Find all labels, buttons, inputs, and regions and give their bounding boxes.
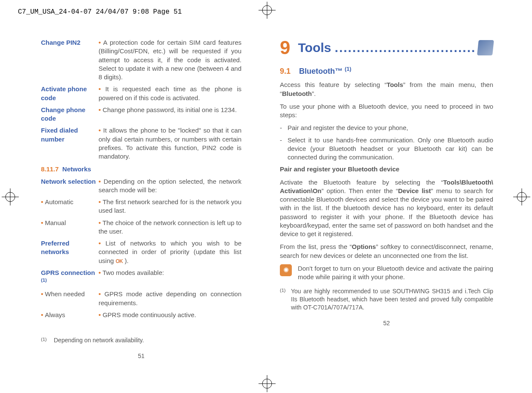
- row-sublabel: •Always: [41, 311, 99, 319]
- network-row: Preferred networks• List of networks to …: [41, 239, 241, 265]
- chapter-dots: ................................: [335, 40, 476, 55]
- row-desc: • It allows the phone to be "locked" so …: [99, 126, 241, 161]
- definition-row: Change phone code • Change phone passwor…: [41, 106, 241, 123]
- network-row: •Manual• The choice of the network conne…: [41, 219, 241, 236]
- section-9-1-title-text: Bluetooth™: [299, 67, 343, 75]
- row-desc: • Two modes available:: [99, 269, 241, 287]
- crop-mark-top: [259, 2, 276, 19]
- row-label: Change phone code: [41, 106, 99, 123]
- print-header: C7_UM_USA_24-04-07 24/04/07 9:08 Page 51: [18, 8, 182, 17]
- section-number: 8.11.7: [41, 165, 59, 173]
- callout-text: Don't forget to turn on your Bluetooth d…: [298, 264, 493, 282]
- row-desc: • The choice of the network connection i…: [99, 219, 241, 236]
- row-sublabel: •When needed: [41, 290, 99, 307]
- row-desc: • It is requested each time as the phone…: [99, 85, 241, 102]
- footnote-mark-right: (1): [280, 287, 291, 312]
- row-label: Preferred networks: [41, 239, 99, 265]
- row-desc: • GPRS mode continuously active.: [99, 311, 241, 319]
- section-9-1-number: 9.1: [280, 67, 291, 75]
- row-desc: • Depending on the option selected, the …: [99, 177, 241, 195]
- page-number-left: 51: [41, 352, 241, 360]
- network-row: •Automatic• The first network searched f…: [41, 198, 241, 215]
- footnote-mark: (1): [41, 336, 54, 344]
- crop-mark-right: [513, 188, 530, 205]
- row-desc: • GPRS mode active depending on connecti…: [99, 290, 241, 307]
- page-52: 9 Tools ................................…: [267, 38, 493, 360]
- footnote-left: (1) Depending on network availability.: [41, 336, 241, 344]
- row-desc: • List of networks to which you wish to …: [99, 239, 241, 265]
- dash-bullet: -: [280, 124, 288, 132]
- dash-bullet: -: [280, 136, 288, 162]
- chapter-number: 9: [280, 38, 290, 57]
- step-text: Select it to use hands-free communicatio…: [288, 136, 493, 162]
- row-label: Network selection: [41, 177, 99, 195]
- footnote-text: Depending on network availability.: [54, 336, 144, 344]
- page-51: Change PIN2 • A protection code for cert…: [41, 38, 254, 360]
- paragraph-twosteps: To use your phone with a Bluetooth devic…: [280, 102, 493, 120]
- footnote-text-right: You are highly recommended to use SOUTHW…: [291, 287, 493, 312]
- network-row: •Always• GPRS mode continuously active.: [41, 311, 241, 319]
- step-item: -Select it to use hands-free communicati…: [280, 136, 493, 162]
- chapter-header: 9 Tools ................................: [280, 38, 493, 57]
- row-label: Fixed dialed number: [41, 126, 99, 161]
- ok-icon: OK: [116, 258, 123, 265]
- paragraph-activate-bt: Activate the Bluetooth feature by select…: [280, 178, 493, 239]
- definition-row: Activate phone code • It is requested ea…: [41, 85, 241, 102]
- section-9-1-sup: (1): [345, 66, 351, 72]
- section-9-1-heading: 9.1Bluetooth™ (1): [280, 66, 493, 76]
- step-item: -Pair and register the device to your ph…: [280, 124, 493, 132]
- lightbulb-icon: ✺: [280, 264, 292, 276]
- row-desc: • The first network searched for is the …: [99, 198, 241, 215]
- row-label: GPRS connection (1): [41, 269, 99, 287]
- network-row: •When needed• GPRS mode active depending…: [41, 290, 241, 307]
- network-row: GPRS connection (1)• Two modes available…: [41, 269, 241, 287]
- subheading-pair: Pair and register your Bluetooth device: [280, 165, 493, 173]
- section-9-1-title: Bluetooth™ (1): [299, 67, 351, 75]
- row-sublabel: •Automatic: [41, 198, 99, 215]
- footnote-right: (1) You are highly recommended to use SO…: [280, 287, 493, 312]
- row-label: Change PIN2: [41, 38, 99, 81]
- crop-mark-bottom: [259, 375, 276, 392]
- definition-row: Fixed dialed number • It allows the phon…: [41, 126, 241, 161]
- page-number-right: 52: [280, 319, 493, 327]
- network-row: Network selection• Depending on the opti…: [41, 177, 241, 195]
- step-text: Pair and register the device to your pho…: [288, 124, 493, 132]
- crop-mark-left: [2, 188, 19, 205]
- section-8-11-7-heading: 8.11.7 Networks: [41, 165, 241, 173]
- paragraph-options: From the list, press the “Options” softk…: [280, 243, 493, 260]
- paragraph-access: Access this feature by selecting “Tools”…: [280, 81, 493, 98]
- row-label: Activate phone code: [41, 85, 99, 102]
- row-desc: • A protection code for certain SIM card…: [99, 38, 241, 81]
- callout-tip: ✺ Don't forget to turn on your Bluetooth…: [280, 264, 493, 282]
- chapter-title-text: Tools: [298, 40, 331, 55]
- row-sublabel: •Manual: [41, 219, 99, 236]
- row-desc: • Change phone password, its initial one…: [99, 106, 241, 123]
- chapter-title: Tools ................................: [298, 39, 478, 57]
- section-title: Networks: [62, 165, 91, 173]
- definition-row: Change PIN2 • A protection code for cert…: [41, 38, 241, 81]
- tools-icon: [477, 40, 494, 55]
